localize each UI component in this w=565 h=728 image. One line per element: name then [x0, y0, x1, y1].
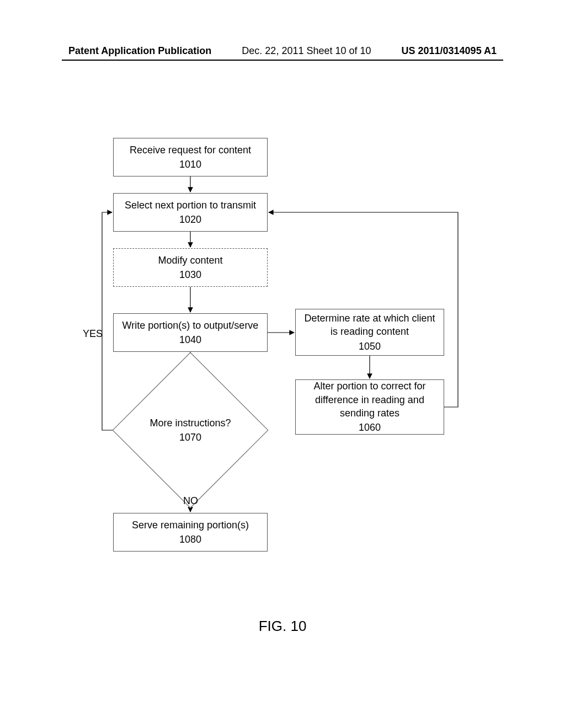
diamond-label: More instructions? 1070	[135, 375, 246, 485]
figure-caption: FIG. 10	[0, 618, 565, 635]
header-rule	[62, 60, 503, 61]
edge-label-yes: YES	[83, 328, 103, 340]
node-text: More instructions?	[150, 416, 231, 430]
node-alter-portion: Alter portion to correct for difference …	[295, 379, 444, 435]
header-right: US 2011/0314095 A1	[402, 45, 497, 57]
node-num: 1050	[359, 340, 381, 353]
node-text: Modify content	[158, 254, 222, 267]
header-mid: Dec. 22, 2011 Sheet 10 of 10	[242, 45, 371, 57]
node-num: 1030	[179, 268, 201, 281]
node-text: Serve remaining portion(s)	[132, 518, 249, 532]
header-left: Patent Application Publication	[68, 45, 211, 57]
node-text: Determine rate at which client is readin…	[300, 312, 439, 339]
node-text: Receive request for content	[130, 143, 251, 157]
node-decision-more-instructions: More instructions? 1070	[135, 375, 246, 485]
node-num: 1070	[179, 431, 201, 444]
flowchart: Receive request for content 1010 Select …	[0, 83, 565, 634]
node-serve-remaining: Serve remaining portion(s) 1080	[113, 513, 268, 552]
node-num: 1080	[179, 533, 201, 546]
edge-label-no: NO	[183, 495, 198, 507]
node-select-next-portion: Select next portion to transmit 1020	[113, 193, 268, 232]
node-write-output: Write portion(s) to output/serve 1040	[113, 313, 268, 352]
node-receive-request: Receive request for content 1010	[113, 138, 268, 176]
node-text: Alter portion to correct for difference …	[300, 379, 439, 420]
node-text: Write portion(s) to output/serve	[122, 319, 259, 332]
flow-arrows	[0, 83, 565, 634]
node-num: 1040	[179, 333, 201, 346]
node-modify-content: Modify content 1030	[113, 248, 268, 287]
node-determine-rate: Determine rate at which client is readin…	[295, 309, 444, 356]
page-header: Patent Application Publication Dec. 22, …	[0, 45, 565, 57]
node-num: 1020	[179, 213, 201, 226]
node-text: Select next portion to transmit	[125, 199, 256, 212]
node-num: 1060	[359, 421, 381, 434]
node-num: 1010	[179, 158, 201, 171]
